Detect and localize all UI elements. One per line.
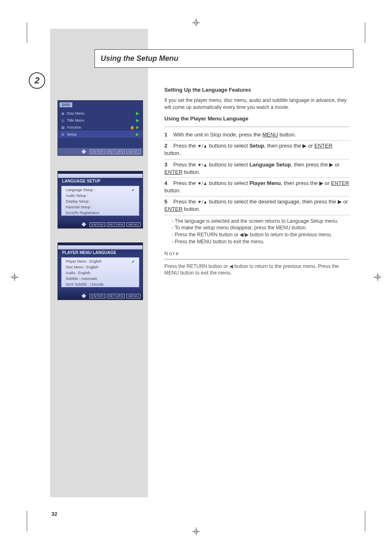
osd-screenshot-1: DVD ◉ Disc Menu ▶ ◎ Title Menu ▶ ▦ Funct… [58, 100, 143, 156]
crop-mark [27, 511, 43, 531]
instruction-step-5: 5 Press the ▼/▲ buttons to select the de… [164, 198, 349, 213]
osd-row-label: Disc Menu [67, 111, 85, 115]
osd-footer: ENTER RETURN MENU [58, 148, 143, 155]
nav-dpad-icon [80, 222, 88, 227]
osd-footer-return: RETURN [107, 294, 125, 298]
play-icon: ▶ [136, 132, 139, 136]
page-number: 32 [51, 511, 57, 517]
osd-row-title-menu: ◎ Title Menu ▶ [58, 117, 143, 124]
osd-footer-menu: MENU [127, 294, 141, 298]
crop-mark [349, 511, 365, 531]
osd-row-label: Title Menu [67, 118, 84, 122]
osd-footer-enter: ENTER [90, 150, 105, 154]
gear-icon: ✿ [60, 132, 65, 137]
osd-footer: ENTER RETURN MENU [58, 221, 143, 228]
crop-mark [27, 23, 43, 43]
osd-item: Subtitle : Automatic [66, 277, 97, 281]
nav-dpad-icon [80, 149, 88, 154]
osd-title: LANGUAGE SETUP [62, 179, 100, 183]
section-title-text: Using the Setup Menu [101, 54, 178, 63]
check-icon: ✔ [131, 188, 135, 192]
registration-mark [10, 273, 18, 281]
crop-mark [349, 23, 365, 43]
osd-row-disc-menu: ◉ Disc Menu ▶ [58, 110, 143, 117]
osd-item: Audio : English [66, 271, 90, 275]
instructions-subhead: Using the Player Menu Language [164, 115, 349, 122]
step-badge: 2 [29, 72, 45, 89]
osd-screenshot-2: LANGUAGE SETUP Language Setup : ✔ Audio … [58, 171, 143, 229]
osd-screenshot-3: PLAYER MENU LANGUAGE Player Menu : Engli… [58, 242, 143, 300]
osd-footer: ENTER RETURN MENU [58, 292, 143, 300]
lock-icon: 🔒 [130, 125, 134, 129]
instruction-step-3: 3 Press the ▼/▲ buttons to select Langua… [164, 161, 349, 176]
osd-row-label: Function [67, 125, 81, 129]
nav-dpad-icon [80, 293, 88, 298]
instruction-step-1: 1 With the unit in Stop mode, press the … [164, 131, 349, 138]
osd-row-function: ▦ Function 🔒▶ [58, 124, 143, 131]
grid-icon: ▦ [60, 125, 65, 130]
instruction-bullet: - Press the RETURN button or ◀/▶ button … [172, 231, 349, 238]
instructions-heading: Setting Up the Language Features [164, 86, 349, 94]
section-title: Using the Setup Menu [95, 49, 353, 68]
instructions-intro: If you set the player menu, disc menu, a… [164, 97, 349, 111]
osd-item: Player Menu : English [66, 259, 102, 263]
instruction-bullet: - To make the setup menu disappear, pres… [172, 224, 349, 231]
osd-item: DivX Subtitle : Unicode [66, 282, 104, 286]
registration-mark [192, 18, 200, 27]
play-icon: ▶ [136, 111, 139, 115]
registration-mark [192, 527, 200, 536]
disc-icon: ◉ [60, 111, 65, 116]
osd-item: Display Setup : [66, 199, 91, 203]
osd-row-setup: ✿ Setup ▶ [58, 131, 143, 138]
osd-footer-enter: ENTER [90, 294, 105, 298]
osd-row-label: Setup [67, 132, 77, 136]
title-icon: ◎ [60, 118, 65, 123]
instruction-step-4: 4 Press the ▼/▲ buttons to select Player… [164, 180, 349, 194]
osd-tab: DVD [60, 102, 72, 107]
play-icon: ▶ [136, 125, 139, 129]
osd-footer-menu: MENU [127, 150, 141, 154]
osd-title: PLAYER MENU LANGUAGE [62, 250, 116, 255]
osd-footer-return: RETURN [107, 222, 125, 227]
osd-item: DivX(R) Registration [66, 211, 99, 215]
step-number: 2 [35, 75, 39, 86]
osd-footer-menu: MENU [127, 222, 141, 227]
osd-item: Language Setup : [66, 188, 95, 192]
up-arrow-icon [88, 515, 111, 525]
play-icon: ▶ [136, 118, 139, 122]
instructions-block: Setting Up the Language Features If you … [164, 86, 349, 277]
osd-item: Audio Setup : [66, 194, 88, 198]
registration-mark [374, 273, 382, 281]
osd-footer-return: RETURN [107, 150, 125, 154]
instruction-bullet: - The language is selected and the scree… [172, 218, 349, 225]
note-label: Note [164, 250, 349, 257]
instruction-bullet: - Press the MENU button to exit the menu… [172, 238, 349, 245]
osd-footer-enter: ENTER [90, 222, 105, 227]
osd-item: Parental Setup : [66, 205, 92, 209]
note-text: Press the RETURN button or ◀ button to r… [164, 263, 349, 277]
check-icon: ✔ [131, 259, 135, 264]
instruction-step-2: 2 Press the ▼/▲ buttons to select Setup,… [164, 142, 349, 157]
osd-item: Disc Menu : English [66, 265, 99, 269]
